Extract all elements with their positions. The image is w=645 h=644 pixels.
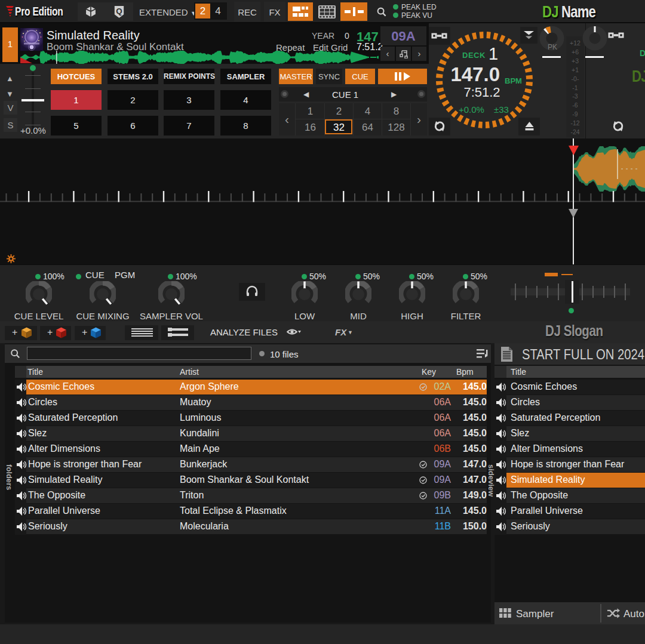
svg-text:Q: Q bbox=[116, 7, 122, 16]
